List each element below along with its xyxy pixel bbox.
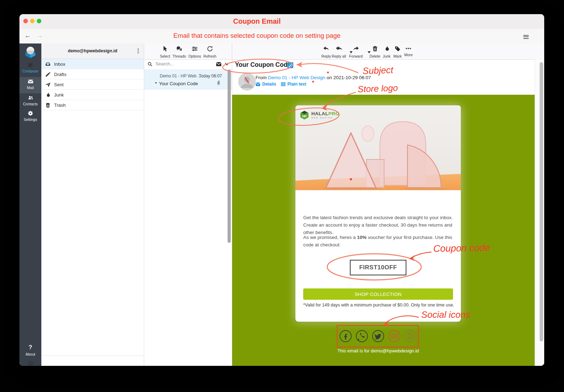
coupon-code-box: FIRST10OFF	[350, 260, 406, 275]
folder-label: Junk	[54, 92, 64, 98]
more-button[interactable]: ••• More	[404, 45, 413, 57]
tool-label: Refresh	[201, 54, 219, 58]
refresh-button[interactable]: Refresh	[201, 45, 219, 58]
paper-plane-icon	[45, 82, 51, 88]
folder-item-trash[interactable]: Trash	[41, 100, 144, 110]
sender-link[interactable]: Demo 01 - HP Web Design	[268, 75, 325, 80]
viewer-scrollbar-thumb[interactable]	[540, 62, 543, 341]
details-envelope-icon	[255, 82, 260, 86]
window-titlebar: Coupon Email	[19, 14, 544, 29]
coupon-fine-print: *Valid for 149 days with a minimum purch…	[303, 303, 455, 308]
store-logo-cube-icon: HP	[300, 110, 309, 120]
message-sender: Demo 01 - HP Web ...	[160, 74, 201, 78]
folder-label: Trash	[54, 103, 66, 108]
forward-button[interactable]: Forward	[349, 45, 363, 58]
sidebar-item-logout[interactable]: Logout	[19, 360, 41, 366]
tool-label: Reply	[322, 54, 331, 58]
plain-text-toggle[interactable]: Plain text	[281, 82, 306, 87]
gear-icon	[28, 110, 34, 116]
avatar	[238, 73, 256, 90]
app-window: Coupon Email ← → Email that contains sel…	[19, 14, 544, 366]
brand-primary: HALAL	[311, 111, 328, 116]
tool-label: Mark	[393, 54, 401, 58]
sidebar-item-contacts[interactable]: Contacts	[19, 95, 41, 106]
tool-label: Delete	[370, 54, 380, 58]
sidebar-item-mail[interactable]: Mail	[19, 77, 41, 93]
sidebar-item-compose[interactable]: Compose	[19, 62, 41, 73]
chevron-down-icon[interactable]	[225, 63, 229, 66]
desktop-background: Coupon Email ← → Email that contains sel…	[0, 0, 564, 392]
junk-button[interactable]: Junk	[383, 45, 390, 58]
inbox-icon	[45, 61, 51, 67]
menu-icon[interactable]	[523, 34, 529, 40]
message-subject: Your Coupon Code	[159, 81, 198, 86]
search-input[interactable]	[155, 61, 213, 67]
compose-icon	[28, 62, 34, 68]
kebab-menu-icon[interactable]: ⋮	[135, 47, 141, 54]
youtube-icon[interactable]	[388, 330, 401, 343]
flame-icon	[45, 92, 51, 98]
browser-toolbar: ← → Email that contains selected coupon …	[19, 29, 544, 44]
plain-text-label: Plain text	[287, 82, 306, 87]
sliders-icon	[191, 45, 198, 52]
folder-panel: demo@hpwebdesign.id ⋮ Inbox Drafts Sent …	[41, 43, 144, 366]
instagram-icon[interactable]	[404, 330, 417, 343]
threads-icon	[176, 45, 183, 52]
viewer-scrollbar-track[interactable]	[535, 59, 544, 366]
sidebar-item-label: About	[19, 352, 41, 356]
folder-item-junk[interactable]: Junk	[41, 90, 144, 100]
whatsapp-icon[interactable]	[356, 330, 368, 343]
store-logo-initials: HP	[302, 115, 307, 118]
facebook-icon[interactable]	[339, 330, 352, 343]
reply-button[interactable]: Reply	[322, 45, 331, 58]
edit-draft-icon[interactable]	[287, 62, 293, 68]
brand-accent: PRO	[328, 111, 339, 116]
from-prefix: From	[255, 75, 267, 80]
reply-all-button[interactable]: Reply all	[332, 45, 346, 58]
plain-text-icon	[281, 82, 286, 86]
sidebar-item-label: Mail	[19, 86, 41, 90]
email-promo-paragraph: As we promised, heres a 10% voucher for …	[303, 234, 454, 249]
email-body-background: HP HALALPRO WEB DESIGN Get the latest fa…	[232, 95, 535, 366]
tool-label: Forward	[349, 54, 363, 58]
pencil-icon	[45, 71, 51, 77]
twitter-icon[interactable]	[372, 330, 384, 343]
question-icon: ?	[19, 344, 41, 351]
mail-icon	[28, 78, 34, 84]
message-list-item[interactable]: Demo 01 - HP Web ... Today 06:07 • Your …	[144, 69, 232, 89]
message-list-panel: Select Threads Options Refresh	[144, 43, 232, 366]
message-meta-row: Details Plain text	[255, 81, 306, 87]
from-line: From Demo 01 - HP Web Design on 2021-10-…	[255, 75, 371, 80]
store-logo: HP HALALPRO WEB DESIGN	[300, 110, 339, 120]
hero-image: HP HALALPRO WEB DESIGN	[295, 105, 461, 190]
annotation-title: Coupon Email	[19, 17, 494, 25]
account-header: demo@hpwebdesign.id ⋮	[41, 43, 144, 59]
email-footer-text: This email is for demo@hpwebdesign.id	[232, 348, 524, 353]
delete-button[interactable]: Delete	[370, 45, 380, 58]
sidebar-item-label: Settings	[19, 117, 41, 122]
folder-item-drafts[interactable]: Drafts	[41, 69, 144, 80]
paperclip-icon	[216, 80, 221, 86]
sidebar-item-about[interactable]: ? About	[19, 344, 41, 356]
forward-icon	[352, 45, 359, 52]
annotation-subtitle: Email that contains selected coupon code…	[19, 32, 494, 40]
search-bar	[144, 59, 232, 70]
sidebar-item-label: Contacts	[19, 102, 41, 106]
mark-button[interactable]: Mark	[393, 45, 401, 58]
message-viewer: Reply Reply all Forward Delete	[232, 43, 544, 366]
envelope-icon[interactable]	[216, 62, 222, 66]
shop-collection-button[interactable]: SHOP COLLECTION	[303, 288, 453, 300]
power-icon	[28, 360, 34, 366]
sidebar-item-settings[interactable]: Settings	[19, 110, 41, 122]
brand-tagline: WEB DESIGN	[311, 117, 339, 119]
list-scrollbar[interactable]	[228, 70, 231, 243]
folder-item-sent[interactable]: Sent	[41, 80, 144, 90]
tool-label: Junk	[383, 54, 390, 58]
trash-icon	[45, 102, 51, 108]
more-dots-icon: •••	[404, 45, 413, 52]
contacts-icon	[28, 95, 34, 101]
details-toggle[interactable]: Details	[255, 82, 276, 87]
app-sidebar: Compose Mail Contacts Settings ? About L…	[19, 43, 41, 366]
email-intro-paragraph: Get the latest fashion trends and exclus…	[303, 214, 454, 236]
folder-item-inbox[interactable]: Inbox	[41, 59, 144, 69]
